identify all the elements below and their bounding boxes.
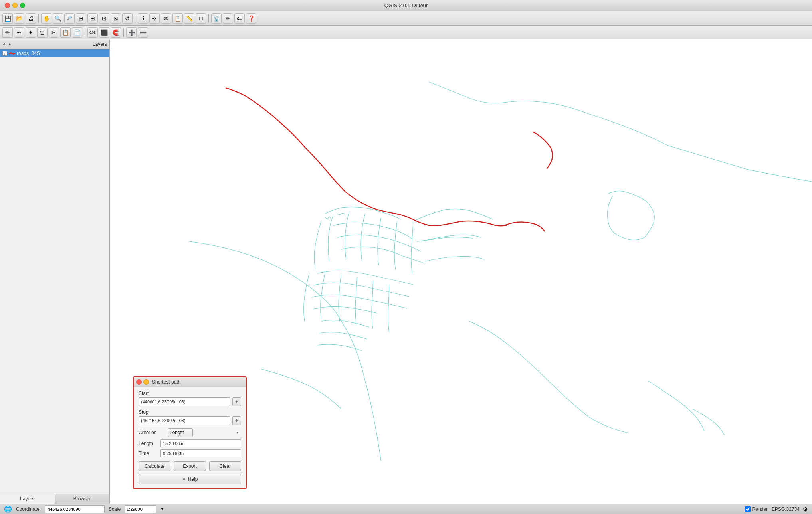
digitize-button[interactable]: ✏ <box>223 13 233 24</box>
sp-time-label: Time <box>139 451 160 456</box>
sp-stop-row: Stop + <box>139 409 241 425</box>
sp-start-plus-button[interactable]: + <box>232 397 241 406</box>
coordinate-label: Coordinate: <box>16 506 41 512</box>
sp-calculate-button[interactable]: Calculate <box>139 461 170 471</box>
edit-toolbar: ✏ ✒ ✦ 🗑 ✂ 📋 📄 abc ⬛ 🧲 ➕ ➖ <box>0 26 812 39</box>
layers-panel-title: Layers <box>93 42 107 47</box>
sp-length-label: Length <box>139 441 160 446</box>
cut-button[interactable]: ✂ <box>49 27 59 38</box>
label-style-button[interactable]: ⬛ <box>99 27 109 38</box>
layers-header-icons: ✕ ▲ <box>2 42 12 47</box>
sp-criterion-row: Criterion Length Time ▼ <box>139 428 241 437</box>
label-button[interactable]: 🏷 <box>234 13 245 24</box>
layer-type-icon <box>9 51 15 56</box>
paste-button[interactable]: 📄 <box>72 27 82 38</box>
pan-to-selection-button[interactable]: ⊠ <box>111 13 121 24</box>
sp-close-button[interactable] <box>136 379 142 385</box>
measure-area-button[interactable]: ⊔ <box>196 13 206 24</box>
sp-length-value <box>160 439 241 447</box>
sp-select-arrow-icon: ▼ <box>236 431 239 435</box>
identify-button[interactable]: ℹ <box>138 13 148 24</box>
zoom-extent-button[interactable]: ⊞ <box>76 13 86 24</box>
sp-start-input[interactable] <box>139 397 230 406</box>
browser-tab[interactable]: Browser <box>55 494 110 504</box>
zoom-layer-button[interactable]: ⊟ <box>87 13 98 24</box>
layers-expand-icon[interactable]: ▲ <box>8 42 12 47</box>
snap-button[interactable]: 🧲 <box>111 27 121 38</box>
sp-start-row: Start + <box>139 391 241 406</box>
window-title: QGIS 2.0.1-Dufour <box>384 2 428 8</box>
open-table-button[interactable]: 📋 <box>172 13 183 24</box>
sp-action-buttons: Calculate Export Clear <box>139 461 241 471</box>
close-button[interactable] <box>5 3 10 8</box>
render-checkbox[interactable] <box>745 506 751 512</box>
sp-min-button[interactable] <box>143 379 149 385</box>
add-row-button[interactable]: ➕ <box>126 27 137 38</box>
open-button[interactable]: 📂 <box>14 13 24 24</box>
sp-criterion-select[interactable]: Length Time <box>168 428 193 437</box>
sp-stop-label: Stop <box>139 409 241 415</box>
shortest-path-panel: Shortest path Start + Stop + <box>133 376 247 489</box>
sp-criterion-label: Criterion <box>139 430 164 435</box>
coordinate-value: 446425,6234090 <box>48 507 81 512</box>
layer-list: ✓ roads_34S <box>0 49 109 494</box>
sp-start-input-row: + <box>139 397 241 406</box>
sp-window-controls <box>136 379 149 385</box>
sp-title-bar: Shortest path <box>134 377 246 387</box>
zoom-in-button[interactable]: 🔍 <box>53 13 63 24</box>
deselect-button[interactable]: ✕ <box>161 13 171 24</box>
copy-button[interactable]: 📋 <box>60 27 71 38</box>
sp-help-button[interactable]: ✦ Help <box>139 474 241 484</box>
scale-label: Scale <box>109 506 121 512</box>
move-feature-button[interactable]: ✦ <box>26 27 36 38</box>
sp-stop-input[interactable] <box>139 416 230 425</box>
scale-input[interactable] <box>125 505 156 513</box>
sp-export-button[interactable]: Export <box>174 461 206 471</box>
sp-time-row: Time <box>139 449 241 457</box>
sp-start-label: Start <box>139 391 241 396</box>
gps-button[interactable]: 📡 <box>211 13 222 24</box>
sp-time-value <box>160 449 241 457</box>
sp-length-row: Length <box>139 439 241 447</box>
layers-tab[interactable]: Layers <box>0 494 55 504</box>
measure-button[interactable]: 📏 <box>184 13 194 24</box>
layers-panel-header: ✕ ▲ Layers <box>0 39 109 49</box>
select-button[interactable]: ⊹ <box>149 13 160 24</box>
delete-selected-button[interactable]: 🗑 <box>37 27 48 38</box>
sp-clear-button[interactable]: Clear <box>209 461 241 471</box>
zoom-out-button[interactable]: 🔎 <box>64 13 75 24</box>
sp-criterion-wrapper: Length Time ▼ <box>168 428 241 437</box>
title-bar: QGIS 2.0.1-Dufour <box>0 0 812 11</box>
minimize-button[interactable] <box>12 3 18 8</box>
left-panel: ✕ ▲ Layers ✓ roads_34S Layers Browser <box>0 39 110 504</box>
sp-help-label: Help <box>188 476 198 482</box>
help-button[interactable]: ❓ <box>246 13 256 24</box>
render-area: Render EPSG:32734 ⚙ <box>745 506 808 512</box>
save-button[interactable]: 💾 <box>2 13 13 24</box>
edit-pencil-button[interactable]: ✏ <box>2 27 13 38</box>
status-globe-icon: 🌐 <box>4 505 12 513</box>
settings-icon[interactable]: ⚙ <box>803 506 808 512</box>
layer-checkbox[interactable]: ✓ <box>2 51 7 56</box>
zoom-selection-button[interactable]: ⊡ <box>99 13 109 24</box>
sp-help-icon: ✦ <box>182 476 186 482</box>
sp-title: Shortest path <box>152 379 180 385</box>
print-button[interactable]: 🖨 <box>26 13 36 24</box>
label-text-button[interactable]: abc <box>87 27 98 38</box>
refresh-button[interactable]: ↺ <box>122 13 133 24</box>
layer-item-roads[interactable]: ✓ roads_34S <box>0 49 109 57</box>
epsg-label: EPSG:32734 <box>772 506 800 512</box>
edit-node-button[interactable]: ✒ <box>14 27 24 38</box>
remove-row-button[interactable]: ➖ <box>138 27 148 38</box>
layer-name: roads_34S <box>17 51 40 56</box>
maximize-button[interactable] <box>20 3 25 8</box>
layers-close-icon[interactable]: ✕ <box>2 42 6 47</box>
sp-stop-plus-button[interactable]: + <box>232 416 241 425</box>
map-canvas[interactable]: Shortest path Start + Stop + <box>110 39 812 504</box>
panel-tabs: Layers Browser <box>0 494 109 504</box>
coordinate-display: 446425,6234090 <box>45 505 105 513</box>
status-bar: 🌐 Coordinate: 446425,6234090 Scale ▼ Ren… <box>0 504 812 514</box>
main-toolbar: 💾 📂 🖨 ✋ 🔍 🔎 ⊞ ⊟ ⊡ ⊠ ↺ ℹ ⊹ ✕ 📋 📏 ⊔ 📡 ✏ 🏷 … <box>0 11 812 26</box>
pan-button[interactable]: ✋ <box>41 13 51 24</box>
scale-dropdown-icon[interactable]: ▼ <box>160 507 164 511</box>
